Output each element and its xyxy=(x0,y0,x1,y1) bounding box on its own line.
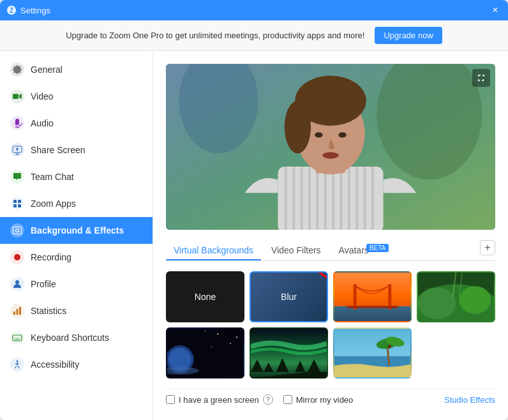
svg-rect-21 xyxy=(301,167,303,230)
mirror-video-checkbox[interactable] xyxy=(283,395,292,404)
background-item-space[interactable] xyxy=(166,327,244,379)
sidebar-item-video[interactable]: Video xyxy=(0,83,153,110)
svg-point-37 xyxy=(338,132,346,137)
beta-badge: BETA xyxy=(366,244,389,252)
sidebar-item-accessibility[interactable]: Accessibility xyxy=(0,351,153,378)
statistics-icon xyxy=(10,304,24,318)
svg-point-65 xyxy=(387,345,391,349)
background-item-beach[interactable] xyxy=(333,327,412,379)
sidebar-item-zoom-apps[interactable]: Zoom Apps xyxy=(0,190,153,217)
tab-video-filters[interactable]: Video Filters xyxy=(264,241,329,260)
sidebar-item-keyboard-shortcuts[interactable]: Keyboard Shortcuts xyxy=(0,324,153,351)
golden-gate-preview xyxy=(334,273,410,321)
sidebar-label-background-effects: Background & Effects xyxy=(31,225,124,236)
svg-rect-35 xyxy=(296,101,303,140)
sidebar-item-recording[interactable]: Recording xyxy=(0,244,153,271)
tab-avatars[interactable]: AvatarsBETA xyxy=(331,241,397,260)
arrow-pointer xyxy=(295,271,328,294)
svg-rect-20 xyxy=(292,167,295,230)
sidebar-label-zoom-apps: Zoom Apps xyxy=(31,199,76,209)
green-screen-group: I have a green screen ? xyxy=(166,394,273,405)
svg-point-9 xyxy=(15,280,19,284)
green-screen-checkbox[interactable] xyxy=(166,395,175,404)
svg-rect-4 xyxy=(13,200,17,203)
svg-point-58 xyxy=(211,346,212,347)
keyboard-shortcuts-icon xyxy=(10,331,24,345)
svg-point-36 xyxy=(315,132,322,137)
background-effects-icon xyxy=(10,223,24,237)
background-item-aurora[interactable] xyxy=(250,327,328,379)
svg-rect-29 xyxy=(364,167,366,230)
team-chat-icon xyxy=(10,170,24,184)
svg-rect-42 xyxy=(334,306,410,321)
sidebar-label-team-chat: Team Chat xyxy=(31,172,74,182)
svg-point-8 xyxy=(14,254,20,260)
green-nature-preview xyxy=(418,273,494,321)
recording-icon xyxy=(10,250,24,264)
settings-window: Z Settings × Upgrade to Zoom One Pro to … xyxy=(0,0,508,420)
video-bg-scene xyxy=(166,64,495,230)
bottom-bar: I have a green screen ? Mirror my video … xyxy=(166,389,495,405)
zoom-apps-icon xyxy=(10,197,24,211)
titlebar: Z Settings × xyxy=(0,0,508,20)
add-background-button[interactable]: + xyxy=(480,240,495,255)
close-button[interactable]: × xyxy=(489,4,502,17)
sidebar-label-audio: Audio xyxy=(31,118,54,128)
svg-rect-44 xyxy=(388,284,391,310)
red-arrow-icon xyxy=(295,271,328,292)
mirror-video-group: Mirror my video xyxy=(283,395,354,405)
svg-point-49 xyxy=(459,286,491,314)
svg-point-14 xyxy=(17,361,19,363)
green-screen-help-icon[interactable]: ? xyxy=(263,394,273,405)
expand-icon xyxy=(477,73,486,82)
svg-rect-27 xyxy=(348,167,350,230)
background-item-green-nature[interactable] xyxy=(417,271,495,322)
profile-icon xyxy=(10,277,24,291)
sidebar-item-statistics[interactable]: Statistics xyxy=(0,297,153,324)
svg-rect-12 xyxy=(19,307,21,315)
video-icon xyxy=(10,89,24,103)
beach-preview xyxy=(334,329,410,377)
svg-rect-19 xyxy=(285,167,287,230)
background-item-none[interactable]: None xyxy=(166,271,244,322)
mirror-video-label: Mirror my video xyxy=(296,395,354,405)
sidebar-item-audio[interactable]: Audio xyxy=(0,110,153,137)
svg-rect-43 xyxy=(354,284,357,310)
svg-rect-23 xyxy=(316,167,318,230)
sidebar-item-share-screen[interactable]: Share Screen xyxy=(0,137,153,163)
svg-rect-2 xyxy=(13,94,19,99)
svg-rect-28 xyxy=(355,167,358,230)
video-expand-button[interactable] xyxy=(472,69,490,87)
svg-point-55 xyxy=(230,343,231,344)
svg-rect-10 xyxy=(13,311,15,315)
sidebar-item-general[interactable]: General xyxy=(0,56,153,83)
svg-point-48 xyxy=(418,287,456,319)
studio-effects-link[interactable]: Studio Effects xyxy=(444,395,495,405)
zoom-logo-icon: Z xyxy=(6,5,17,15)
svg-point-38 xyxy=(323,152,339,158)
svg-rect-5 xyxy=(18,200,21,203)
tab-virtual-backgrounds[interactable]: Virtual Backgrounds xyxy=(166,241,261,260)
sidebar-label-video: Video xyxy=(31,91,54,101)
banner-text: Upgrade to Zoom One Pro to get unlimited… xyxy=(66,31,364,40)
video-preview xyxy=(166,64,495,230)
background-item-golden-gate[interactable] xyxy=(333,271,412,322)
sidebar-item-background-effects[interactable]: Background & Effects xyxy=(0,217,153,244)
aurora-preview xyxy=(251,329,327,377)
svg-rect-13 xyxy=(13,335,22,341)
svg-rect-24 xyxy=(324,167,327,230)
accessibility-icon xyxy=(10,357,24,371)
svg-rect-45 xyxy=(347,306,398,308)
audio-icon xyxy=(10,116,24,130)
svg-rect-6 xyxy=(13,204,17,207)
background-item-blur[interactable]: Blur xyxy=(250,271,328,322)
upgrade-banner: Upgrade to Zoom One Pro to get unlimited… xyxy=(0,20,508,51)
sidebar-label-profile: Profile xyxy=(31,279,56,289)
sidebar-item-profile[interactable]: Profile xyxy=(0,271,153,297)
svg-point-57 xyxy=(236,336,237,338)
svg-rect-25 xyxy=(332,167,334,230)
sidebar-item-team-chat[interactable]: Team Chat xyxy=(0,163,153,190)
sidebar-label-accessibility: Accessibility xyxy=(31,359,79,370)
upgrade-button[interactable]: Upgrade now xyxy=(375,27,442,44)
svg-text:Z: Z xyxy=(10,7,13,14)
